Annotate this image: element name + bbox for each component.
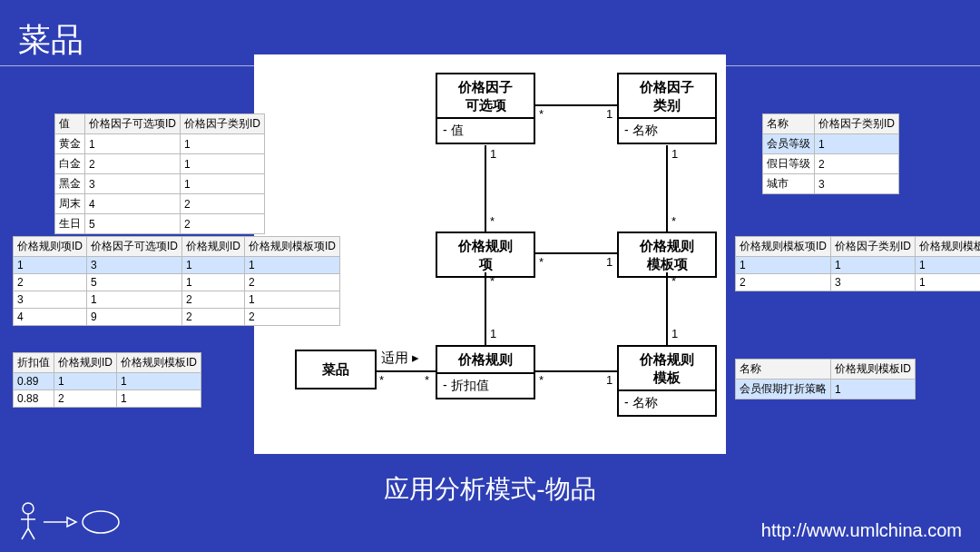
uml-class-dish: 菜品 (295, 350, 377, 389)
uml-association (535, 104, 617, 106)
table-price-factor-category: 名称价格因子类别ID 会员等级1 假日等级2 城市3 (762, 113, 899, 194)
table-price-rules: 折扣值价格规则ID价格规则模板ID 0.8911 0.8821 (13, 352, 201, 408)
actor-usecase-icon (15, 499, 123, 545)
table-price-rule-template-items: 价格规则模板项ID价格因子类别ID价格规则模板ID 111 231 (735, 236, 980, 291)
mult-many: * (671, 214, 676, 228)
mult-many: * (539, 107, 544, 121)
uml-attr: - 折扣值 (437, 374, 534, 398)
mult-one: 1 (490, 147, 496, 161)
uml-class-price-rule: 价格规则 - 折扣值 (436, 345, 535, 399)
uml-title: 菜品 (297, 351, 375, 388)
uml-title: 价格因子可选项 (437, 74, 534, 119)
uml-attr: - 名称 (619, 119, 715, 143)
table-price-rule-items: 价格规则项ID价格因子可选项ID价格规则ID价格规则模板项ID 1311 251… (13, 236, 340, 326)
uml-association (377, 370, 436, 372)
uml-class-price-rule-template: 价格规则模板 - 名称 (617, 345, 717, 417)
uml-title: 价格规则模板项 (619, 233, 715, 276)
uml-class-price-factor-category: 价格因子类别 - 名称 (617, 73, 717, 144)
mult-one: 1 (671, 327, 678, 340)
uml-association (535, 370, 617, 372)
mult-one: 1 (606, 107, 612, 121)
mult-many: * (539, 255, 544, 269)
svg-line-4 (28, 528, 34, 539)
slide-caption: 应用分析模式-物品 (0, 472, 980, 507)
uml-association (666, 145, 668, 232)
svg-line-3 (22, 528, 28, 539)
mult-one: 1 (671, 147, 678, 161)
svg-point-7 (83, 511, 119, 533)
uml-title: 价格规则项 (437, 233, 534, 276)
mult-many: * (379, 373, 384, 387)
uml-attr: - 值 (437, 119, 534, 143)
uml-class-price-rule-item: 价格规则项 (436, 232, 535, 278)
mult-one: 1 (490, 327, 496, 340)
uml-title: 价格因子类别 (619, 74, 715, 119)
mult-many: * (671, 274, 676, 288)
mult-many: * (490, 214, 495, 228)
uml-association (485, 272, 486, 345)
uml-attr: - 名称 (619, 391, 715, 415)
table-price-rule-template: 名称价格规则模板ID 会员假期打折策略1 (735, 359, 916, 399)
svg-marker-6 (67, 518, 76, 527)
mult-one: 1 (606, 373, 612, 387)
uml-class-price-rule-template-item: 价格规则模板项 (617, 232, 717, 278)
uml-association (485, 145, 486, 232)
mult-many: * (425, 373, 429, 387)
uml-association (666, 272, 668, 345)
page-title: 菜品 (18, 18, 83, 63)
uml-title: 价格规则模板 (619, 347, 715, 391)
mult-one: 1 (606, 255, 612, 269)
uml-class-price-factor-option: 价格因子可选项 - 值 (436, 73, 535, 144)
uml-title: 价格规则 (437, 347, 534, 374)
mult-many: * (539, 373, 544, 387)
mult-many: * (490, 274, 495, 288)
footer-url: http://www.umlchina.com (761, 520, 962, 541)
uml-association-label: 适用 ▸ (381, 350, 419, 367)
table-price-factor-options: 值价格因子可选项ID价格因子类别ID 黄金11 白金21 黑金31 周末42 生… (54, 113, 265, 234)
uml-association (535, 252, 617, 254)
svg-point-0 (23, 503, 34, 514)
